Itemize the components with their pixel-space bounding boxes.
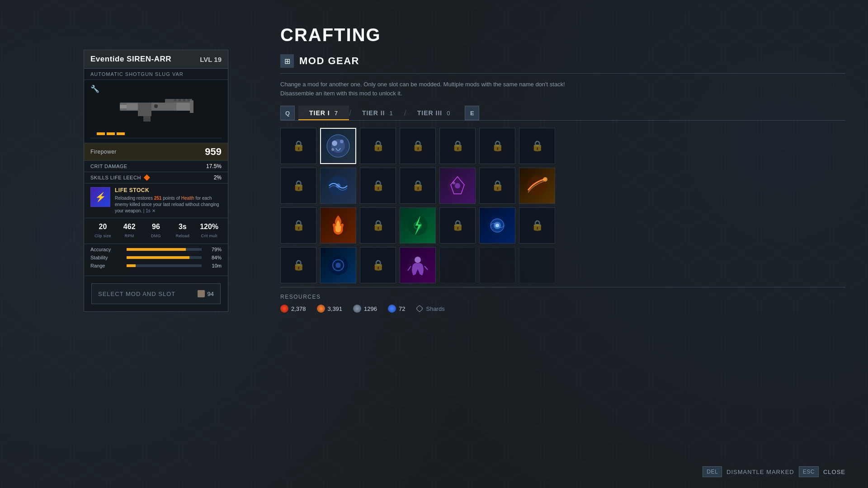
lock-icon: 🔒 [372,259,384,271]
section-title: MOD GEAR [299,55,359,67]
resource-value-orange: 3,391 [328,305,343,312]
mod-slot-r1c0[interactable]: 🔒 [280,168,316,204]
mod-currency: 94 [198,290,214,297]
crit-damage-value: 17.5% [206,163,222,169]
mod-icon-blue-glow [484,212,511,239]
weapon-type: AUTOMATIC SHOTGUN SLUG VAR [84,69,228,80]
stability-fill [127,256,189,259]
mod-slot-r2c0[interactable]: 🔒 [280,207,316,244]
mod-slot-r3c1[interactable] [320,247,356,283]
mod-slot-r1c1[interactable] [320,168,356,204]
mod-slot-r1c2[interactable]: 🔒 [360,168,396,204]
mod-slot-r2c3[interactable] [400,207,436,244]
lock-icon: 🔒 [452,220,464,231]
accuracy-row: Accuracy 79% [90,247,222,252]
lock-icon: 🔒 [531,220,543,231]
section-icon: ⊞ [280,54,294,68]
resource-icon-gray [353,305,361,313]
svg-point-21 [336,183,340,188]
tier2-label: TIER II [362,109,385,117]
mod-slot-r0c6[interactable]: 🔒 [519,128,555,164]
wrench-icon: 🔧 [90,84,99,93]
svg-rect-6 [138,103,151,116]
tab-tier-1[interactable]: TIER I 7 [298,106,349,120]
resources-label: RESOURCES [280,294,845,300]
svg-point-17 [331,148,334,151]
currency-icon [198,290,205,297]
lock-icon: 🔒 [292,180,305,192]
weapon-name: Eventide SIREN-ARR [90,55,171,64]
clip-value: 20 [90,223,115,231]
resource-icon-blue [388,305,396,313]
accuracy-value: 79% [205,247,222,252]
mod-slot-r1c6[interactable] [519,168,555,204]
section-header: ⊞ MOD GEAR [280,54,845,68]
mod-slot-r1c4[interactable] [439,168,476,204]
mod-slot-r1c3[interactable]: 🔒 [400,168,436,204]
tab-tier-3[interactable]: TIER III 0 [406,106,462,120]
svg-rect-12 [127,103,138,110]
lock-icon: 🔒 [412,140,424,152]
stat-clip: 20 Clip size [90,223,115,239]
tier3-label: TIER III [417,109,442,117]
ability-name: LIFE STOCK [115,187,222,193]
mod-slot-r2c6[interactable]: 🔒 [519,207,555,244]
mod-slot-r2c5[interactable] [479,207,515,244]
mod-bg-orange-trail [519,168,555,203]
lock-icon: 🔒 [292,140,305,152]
mod-slot-r3c6[interactable] [519,247,555,283]
mod-slot-r3c0[interactable]: 🔒 [280,247,316,283]
lock-icon: 🔒 [491,180,504,192]
svg-marker-42 [417,305,422,312]
q-key[interactable]: Q [280,106,295,120]
svg-point-27 [543,177,547,182]
weapon-svg [111,89,201,125]
lock-icon: 🔒 [531,140,543,152]
dmg-label: DMG [151,234,161,238]
ability-icon: ⚡ [90,187,110,207]
mod-slot-r0c3[interactable]: 🔒 [400,128,436,164]
resource-value-red: 2,378 [291,305,306,312]
mod-icon-figure [404,252,431,279]
mod-slot-r3c4[interactable] [439,247,476,283]
weapon-image [90,84,222,130]
mod-slot-r2c2[interactable]: 🔒 [360,207,396,244]
mod-slot-r2c4[interactable]: 🔒 [439,207,476,244]
del-key[interactable]: DEL [703,466,722,477]
firepower-row: Firepower 959 [84,143,228,161]
e-key[interactable]: E [465,106,479,120]
lock-icon: 🔒 [372,180,384,192]
mod-slot-r0c1[interactable]: Shield Maiden Shots generate Shield. | 1… [320,128,356,164]
esc-key[interactable]: ESC [799,466,819,477]
lock-icon: 🔒 [372,220,384,231]
select-mod-button[interactable]: SELECT MOD AND SLOT 94 [91,283,221,304]
mod-slot-r3c3[interactable] [400,247,436,283]
resource-icon-red [280,305,288,313]
lock-icon: 🔒 [491,140,504,152]
stat-dmg: 96 DMG [144,223,169,239]
mod-slot-r0c0[interactable]: 🔒 [280,128,316,164]
skills-leech-value: 2% [214,174,222,181]
lock-icon: 🔒 [292,220,305,231]
mod-slot-r0c4[interactable]: 🔒 [439,128,476,164]
close-label: CLOSE [823,469,845,475]
crit-damage-label: CRIT DAMAGE [90,164,127,169]
ddd-bar [90,130,222,138]
mod-slot-r3c2[interactable]: 🔒 [360,247,396,283]
ability-card: ⚡ LIFE STOCK Reloading restores 251 poin… [84,183,228,218]
mod-bg-dark-blue [321,248,356,283]
mod-slot-r3c5[interactable] [479,247,515,283]
mod-icon-wave [325,172,352,199]
weapon-header: Eventide SIREN-ARR LVL 19 [84,50,228,69]
mod-bg-blue-glow [480,208,515,243]
mod-slot-r0c5[interactable]: 🔒 [479,128,515,164]
mod-slot-r2c1[interactable] [320,207,356,244]
mod-slot-r0c2[interactable]: 🔒 [360,128,396,164]
stability-value: 84% [205,255,222,260]
mod-row-0: 🔒 Shield Maiden [280,128,845,164]
mod-slot-r1c5[interactable]: 🔒 [479,168,515,204]
skills-leech-row: SKILLS LIFE LEECH 2% [84,172,228,183]
mod-grid-container: 🔒 Shield Maiden [280,128,845,283]
tab-tier-2[interactable]: TIER II 1 [351,106,404,120]
weapon-image-area: 🔧 [84,80,228,143]
